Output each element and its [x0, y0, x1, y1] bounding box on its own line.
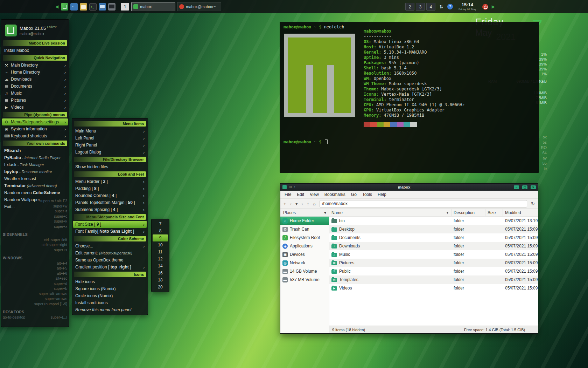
font-size-option[interactable]: 7 — [153, 220, 168, 227]
place-item[interactable]: ▣ Devices — [280, 250, 329, 259]
submenu-entry[interactable]: Edit current: (Mabox-superdesk) — [73, 250, 147, 257]
menubar-item[interactable]: File — [282, 192, 294, 197]
submenu-entry[interactable]: Font Size [ 9 ] › — [73, 221, 147, 228]
menu-entry[interactable]: ▦ Pictures › — [2, 97, 68, 104]
font-size-option[interactable]: 14 — [153, 263, 168, 270]
menu-entry[interactable]: Weather forecast — [2, 175, 68, 182]
menubar-item[interactable]: Edit — [294, 192, 307, 197]
menu-entry[interactable]: Exit... — [2, 203, 68, 210]
launcher-icon[interactable] — [80, 3, 87, 11]
place-item[interactable]: ◈ Applications — [280, 242, 329, 250]
submenu-entry[interactable]: Rounded Corners [ 4 ] › — [73, 192, 147, 199]
column-header-name[interactable]: Name ▼ — [329, 209, 451, 216]
menu-entry[interactable]: ⚒ Main Directory › — [2, 62, 68, 69]
submenu-entry[interactable]: Font Family[ Noto Sans Light ] › — [73, 228, 147, 235]
font-size-option[interactable]: 11 — [153, 248, 168, 255]
place-item[interactable]: / Filesystem Root — [280, 233, 329, 242]
menu-entry[interactable]: Terminator (advanced demo) — [2, 182, 68, 189]
menu-entry[interactable]: Random menu ColorScheme — [2, 189, 68, 196]
menu-entry[interactable]: ▤ Documents › — [2, 83, 68, 90]
panel-scroll-right-icon[interactable]: ▶ — [492, 4, 495, 9]
submenu-entry[interactable]: Install sardi-icons — [73, 299, 147, 306]
menubar-item[interactable]: Go — [348, 192, 359, 197]
terminal-window[interactable]: mabox@mabox ~ $ neofetch mabox@mabox----… — [280, 22, 539, 173]
submenu-entry[interactable]: Right Panel › — [73, 142, 147, 149]
panel-scroll-left-icon[interactable]: ◀ — [55, 4, 58, 9]
menubar-item[interactable]: Tools — [359, 192, 375, 197]
submenu-entry[interactable]: Circle icons (Numix) — [73, 292, 147, 299]
submenu-entry[interactable]: Padding [ 8 ] › — [73, 185, 147, 192]
fm-titlebar[interactable]: ⊞ ↑ mabox – ▢ ✕ — [280, 184, 538, 191]
column-header-modified[interactable]: Modified — [503, 209, 538, 216]
font-size-option[interactable]: 12 — [153, 255, 168, 263]
power-button[interactable] — [482, 4, 488, 10]
menubar-item[interactable]: Bookmarks — [322, 192, 348, 197]
launcher-icon[interactable] — [108, 3, 115, 11]
submenu-entry[interactable]: Menu Border [ 2 ] › — [73, 178, 147, 185]
up-icon[interactable]: ↑ — [307, 202, 309, 206]
path-input[interactable] — [320, 200, 527, 207]
file-row[interactable]: ▶ Videos folder 05/07/2021 15:09 — [329, 284, 538, 292]
up-icon[interactable]: ↑ — [294, 185, 295, 189]
submenu-entry[interactable]: Panels Top/Bottom Margin [ 50 ] › — [73, 199, 147, 206]
new-tab-icon[interactable]: + — [284, 202, 286, 206]
menu-entry[interactable]: bpytop - Resource monitor — [2, 168, 68, 175]
menu-entry[interactable]: Lxtask - Task Manager — [2, 161, 68, 168]
column-header-description[interactable]: Description — [451, 209, 485, 216]
menu-entry[interactable]: ☁ Downloads › — [2, 76, 68, 83]
font-size-option[interactable]: 8 — [153, 227, 168, 234]
minimize-button[interactable]: – — [514, 185, 519, 189]
file-row[interactable]: ▦ Pictures folder 05/07/2021 15:09 — [329, 259, 538, 267]
column-header-size[interactable]: Size — [485, 209, 503, 216]
file-row[interactable]: ≡ Documents folder 05/07/2021 15:09 — [329, 233, 538, 242]
launcher-icon[interactable] — [61, 3, 68, 11]
submenu-entry[interactable]: Main Menu › — [73, 128, 147, 135]
place-item[interactable]: ▬ 14 GB Volume — [280, 267, 329, 275]
updates-icon[interactable]: ⇅ — [439, 4, 443, 9]
place-item[interactable]: ▬ 537 MB Volume — [280, 275, 329, 284]
grid-icon[interactable]: ⊞ — [289, 185, 292, 189]
font-size-option[interactable]: 16 — [153, 270, 168, 277]
font-size-option[interactable]: 20 — [153, 284, 168, 291]
menu-entry[interactable]: ♫ Music › — [2, 90, 68, 97]
menu-entry[interactable]: ◉ System information › — [2, 125, 68, 132]
file-row[interactable]: bin folder 05/07/2021 13:19 — [329, 217, 538, 225]
launcher-icon[interactable] — [89, 3, 97, 11]
submenu-entry[interactable]: Show hidden files — [73, 163, 147, 170]
menu-entry[interactable]: ⌨ Keyboard shortcuts › — [2, 132, 68, 139]
file-row[interactable]: ♫ Music folder 05/07/2021 15:09 — [329, 250, 538, 259]
submenu-entry[interactable]: Logout Dialog › — [73, 149, 147, 156]
submenu-entry[interactable]: Left Panel › — [73, 135, 147, 142]
history-dropdown-icon[interactable]: ▾ — [295, 202, 298, 206]
font-size-option[interactable]: 9 — [153, 234, 168, 241]
submenu-entry[interactable]: Same as OpenBox theme — [73, 257, 147, 264]
launcher-icon[interactable] — [70, 3, 78, 11]
submenu-entry[interactable]: Square icons (Numix) — [73, 285, 147, 292]
file-row[interactable]: ⇅ Public folder 05/07/2021 15:09 — [329, 267, 538, 275]
menu-entry[interactable]: Random Wallpaper — [2, 196, 68, 203]
submenu-entry[interactable]: Gradient position [ top_right ] › — [73, 264, 147, 271]
close-button[interactable]: ✕ — [531, 185, 536, 189]
taskbar-item[interactable]: mabox — [131, 2, 175, 11]
launcher-icon[interactable] — [99, 3, 106, 11]
refresh-icon[interactable]: ↻ — [531, 202, 535, 206]
workspace-button-current[interactable]: 1 — [121, 3, 129, 11]
menu-entry[interactable]: PyRadio - Internet Radio Player — [2, 154, 68, 161]
place-item[interactable]: ♻ Trash Can — [280, 225, 329, 233]
help-icon[interactable]: ? — [447, 4, 453, 9]
submenu-entry[interactable]: Hide icons — [73, 278, 147, 285]
menubar-item[interactable]: View — [307, 192, 322, 197]
menubar-item[interactable]: Help — [375, 192, 389, 197]
taskbar-item[interactable]: mabox@mabox:~ — [177, 2, 221, 11]
place-item[interactable]: ⌂ Home Folder — [280, 217, 329, 225]
places-header[interactable]: Places ▾ — [280, 209, 329, 217]
submenu-entry[interactable]: Submenu Spacing [ 4 ] › — [73, 206, 147, 213]
menu-entry[interactable]: ▶ Videos › — [2, 104, 68, 111]
submenu-entry[interactable]: Choose... › — [73, 243, 147, 250]
workspace-button[interactable]: 2 — [405, 3, 414, 11]
font-size-option[interactable]: 18 — [153, 277, 168, 284]
menu-entry[interactable]: ~ Home Directory › — [2, 69, 68, 76]
file-row[interactable]: Desktop folder 05/07/2021 15:09 — [329, 225, 538, 233]
clock[interactable]: 15:14 Friday 07 May — [458, 2, 476, 11]
place-item[interactable]: ◎ Network — [280, 259, 329, 267]
